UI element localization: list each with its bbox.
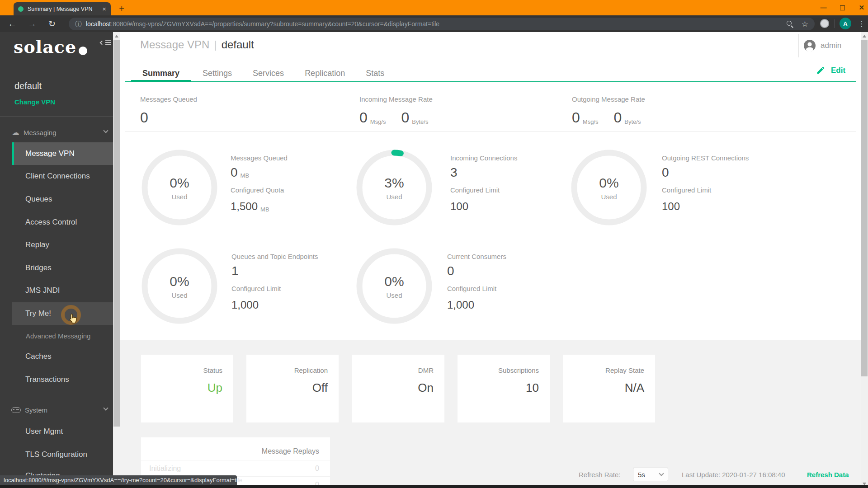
bookmark-star-icon[interactable]: ☆ xyxy=(802,19,808,29)
window-close-icon[interactable]: ✕ xyxy=(859,4,864,12)
sidebar-item-message-vpn[interactable]: Message VPN xyxy=(12,142,113,165)
sidebar-item-replay[interactable]: Replay xyxy=(0,234,113,256)
sidebar-item-transactions[interactable]: Transactions xyxy=(0,368,113,391)
extension-icon[interactable] xyxy=(820,19,829,28)
card-status: Status Up xyxy=(141,355,233,422)
gauge-text-outgoing-rest-connections: Outgoing REST Connections 0 Configured L… xyxy=(662,154,779,213)
browser-tabstrip: Summary | Message VPN × + — ✕ xyxy=(0,0,868,15)
sidebar-scrollbar-thumb[interactable] xyxy=(113,40,120,427)
stat-outgoing-rate: Outgoing Message Rate 0Msg/s 0Byte/s xyxy=(572,95,645,126)
reload-icon[interactable]: ↻ xyxy=(45,15,59,32)
sidebar-item-access-control[interactable]: Access Control xyxy=(0,211,113,234)
window-maximize-icon[interactable] xyxy=(840,5,845,10)
tab-title: Summary | Message VPN xyxy=(28,6,99,12)
new-tab-button[interactable]: + xyxy=(116,3,127,14)
user-menu[interactable]: admin xyxy=(803,39,841,52)
browser-menu-icon[interactable]: ⋮ xyxy=(856,15,867,32)
system-chip-icon xyxy=(11,407,21,413)
browser-toolbar: ← → ↻ ⓘ localhost:8080/#/msg-vpns/ZGVmYX… xyxy=(0,15,868,32)
message-replays-title: Message Replays xyxy=(262,447,319,455)
user-icon xyxy=(803,39,816,52)
main-scrollbar[interactable] xyxy=(861,32,868,488)
tab-bar: Summary Settings Services Replication St… xyxy=(131,64,393,82)
tab-close-icon[interactable]: × xyxy=(102,5,106,12)
gauge-messages-queued: 0%Used xyxy=(141,149,218,226)
url-text[interactable]: localhost:8080/#/msg-vpns/ZGVmYXVsdA==/p… xyxy=(86,20,786,28)
window-controls: — ✕ xyxy=(820,0,864,15)
scroll-up-icon[interactable] xyxy=(115,35,118,38)
url-bar[interactable]: ⓘ localhost:8080/#/msg-vpns/ZGVmYXVsdA==… xyxy=(69,18,815,30)
chevron-down-icon xyxy=(659,471,664,476)
card-replication: Replication Off xyxy=(246,355,339,422)
back-icon[interactable]: ← xyxy=(5,15,19,32)
link-status-bubble: localhost:8080/#/msg-vpns/ZGVmYXVsdA==/t… xyxy=(0,475,237,485)
sidebar-divider xyxy=(0,116,113,117)
main-scrollbar-thumb[interactable] xyxy=(861,40,868,376)
chevron-down-icon xyxy=(103,405,108,410)
tab-underline xyxy=(125,81,856,82)
tab-summary[interactable]: Summary xyxy=(131,64,191,82)
sidebar-item-bridges[interactable]: Bridges xyxy=(0,257,113,279)
user-name: admin xyxy=(821,41,841,50)
gauge-text-incoming-connections: Incoming Connections 3 Configured Limit … xyxy=(450,154,568,213)
window-bottom-edge xyxy=(0,485,868,488)
sidebar-item-queues[interactable]: Queues xyxy=(0,188,113,211)
cloud-icon: ☁ xyxy=(12,128,19,137)
last-update-text: Last Update: 2020-01-27 16:08:40 xyxy=(682,471,785,479)
sidebar-divider xyxy=(0,397,113,397)
sidebar-item-jms-jndi[interactable]: JMS JNDI xyxy=(0,279,113,302)
toolbar-separator xyxy=(835,19,835,28)
gauge-incoming-connections: 3%Used xyxy=(356,149,433,226)
hand-cursor-icon xyxy=(68,313,78,327)
gauge-queues-topic-endpoints: 0%Used xyxy=(141,248,218,324)
sidebar-collapse-icon[interactable] xyxy=(100,40,111,45)
stat-incoming-rate: Incoming Message Rate 0Msg/s 0Byte/s xyxy=(359,95,433,126)
tab-replication[interactable]: Replication xyxy=(296,64,354,82)
change-vpn-link[interactable]: Change VPN xyxy=(14,98,55,106)
stat-messages-queued: Messages Queued 0 xyxy=(140,95,197,126)
status-badge: Up xyxy=(208,381,222,395)
refresh-data-button[interactable]: Refresh Data xyxy=(807,471,849,479)
profile-avatar[interactable]: A xyxy=(840,18,851,29)
sidebar-label-advanced-messaging: Advanced Messaging xyxy=(26,331,90,342)
sidebar-item-user-mgmt[interactable]: User Mgmt xyxy=(0,420,113,443)
sidebar: solace default Change VPN ☁ Messaging Me… xyxy=(0,32,113,488)
scroll-up-icon[interactable] xyxy=(863,35,866,38)
replay-row-initializing: Initializing0 xyxy=(141,460,330,476)
page-title: Message VPN | default xyxy=(140,38,254,51)
section-divider xyxy=(125,131,856,131)
sidebar-section-system[interactable]: System xyxy=(0,404,113,415)
gauge-current-consumers: 0%Used xyxy=(356,248,433,324)
tab-favicon-icon xyxy=(18,6,24,12)
sidebar-item-caches[interactable]: Caches xyxy=(0,345,113,368)
browser-tab[interactable]: Summary | Message VPN × xyxy=(14,2,111,15)
zoom-icon[interactable] xyxy=(786,20,793,28)
window-minimize-icon[interactable]: — xyxy=(820,4,826,11)
card-replay-state: Replay State N/A xyxy=(563,355,655,422)
gauge-outgoing-rest-connections: 0%Used xyxy=(571,149,647,226)
sidebar-item-tls-configuration[interactable]: TLS Configuration xyxy=(0,443,113,466)
forward-icon[interactable]: → xyxy=(25,15,39,32)
tab-services[interactable]: Services xyxy=(244,64,293,82)
vpn-title-name: default xyxy=(222,38,254,51)
refresh-rate-select[interactable]: 5s xyxy=(633,468,668,481)
sidebar-scrollbar[interactable] xyxy=(113,32,120,488)
gauge-text-queues-topic-endpoints: Queues and Topic Endpoints 1 Configured … xyxy=(231,253,349,311)
edit-button[interactable]: Edit xyxy=(816,66,845,75)
tab-settings[interactable]: Settings xyxy=(193,64,241,82)
main-content: Message VPN | default admin Edit Summary… xyxy=(120,32,861,488)
gauge-text-current-consumers: Current Consumers 0 Configured Limit 1,0… xyxy=(447,253,565,311)
tab-stats[interactable]: Stats xyxy=(357,64,393,82)
card-subscriptions: Subscriptions 10 xyxy=(458,355,550,422)
site-info-icon[interactable]: ⓘ xyxy=(75,20,82,28)
current-vpn-name: default xyxy=(14,81,42,91)
logo-dot-icon xyxy=(79,47,87,55)
chevron-down-icon xyxy=(103,128,108,133)
gauge-text-messages-queued: Messages Queued 0MB Configured Quota 1,5… xyxy=(231,154,348,213)
solace-logo: solace xyxy=(14,37,87,57)
sidebar-item-client-connections[interactable]: Client Connections xyxy=(0,165,113,188)
pencil-icon xyxy=(816,66,826,75)
sidebar-section-messaging[interactable]: ☁ Messaging xyxy=(0,127,113,138)
card-dmr: DMR On xyxy=(352,355,444,422)
header-divider xyxy=(798,34,799,57)
